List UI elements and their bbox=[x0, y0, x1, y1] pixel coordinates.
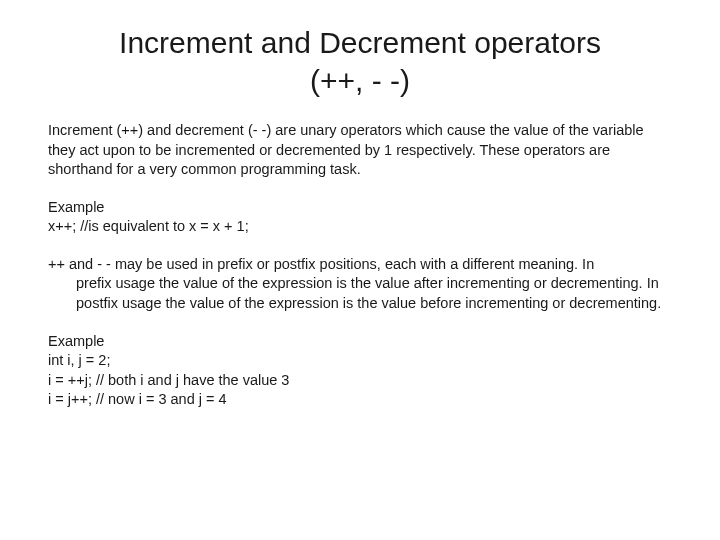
slide-body: Increment (++) and decrement (- -) are u… bbox=[48, 121, 672, 410]
paragraph-prefix-postfix: ++ and - - may be used in prefix or post… bbox=[48, 255, 672, 314]
para2-rest: prefix usage the value of the expression… bbox=[48, 274, 672, 313]
example-1-label: Example bbox=[48, 198, 672, 218]
para2-lead: ++ and - - may be used in prefix or post… bbox=[48, 255, 672, 275]
example-1-block: Example x++; //is equivalent to x = x + … bbox=[48, 198, 672, 237]
example-2-label: Example bbox=[48, 332, 672, 352]
slide-title: Increment and Decrement operators (++, -… bbox=[48, 24, 672, 99]
paragraph-intro: Increment (++) and decrement (- -) are u… bbox=[48, 121, 672, 180]
title-line-2: (++, - -) bbox=[310, 64, 410, 97]
example-2-line-3: i = j++; // now i = 3 and j = 4 bbox=[48, 390, 672, 410]
title-line-1: Increment and Decrement operators bbox=[119, 26, 601, 59]
example-2-block: Example int i, j = 2; i = ++j; // both i… bbox=[48, 332, 672, 410]
example-2-line-2: i = ++j; // both i and j have the value … bbox=[48, 371, 672, 391]
example-1-code: x++; //is equivalent to x = x + 1; bbox=[48, 217, 672, 237]
example-2-line-1: int i, j = 2; bbox=[48, 351, 672, 371]
